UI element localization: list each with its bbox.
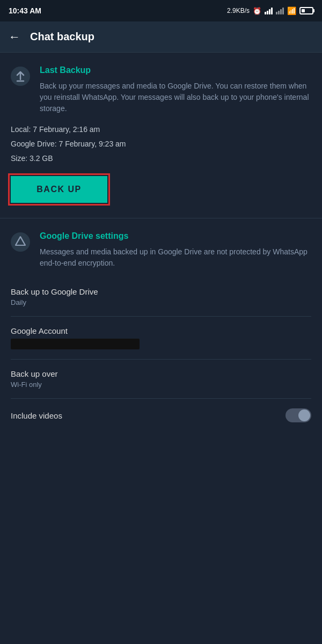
last-backup-text-area: Last Backup Back up your messages and me…: [40, 65, 311, 114]
last-backup-title: Last Backup: [40, 65, 311, 75]
svg-rect-1: [11, 232, 30, 252]
local-backup-date: Local: 7 February, 2:16 am: [11, 124, 311, 135]
backup-over-label: Back up over: [11, 369, 311, 378]
gdrive-settings-section: Google Drive settings Messages and media…: [0, 218, 322, 437]
backup-frequency-row[interactable]: Back up to Google Drive Daily: [11, 277, 311, 317]
wifi-icon: 📶: [287, 6, 296, 15]
backup-frequency-label: Back up to Google Drive: [11, 287, 311, 296]
include-videos-label: Include videos: [11, 411, 62, 420]
last-backup-section: Last Backup Back up your messages and me…: [0, 53, 322, 218]
gdrive-text-area: Google Drive settings Messages and media…: [40, 231, 311, 269]
toggle-thumb: [298, 409, 310, 421]
status-time: 10:43 AM: [9, 6, 41, 15]
include-videos-row[interactable]: Include videos: [11, 399, 311, 432]
signal-icon: [265, 7, 273, 14]
signal2-icon: [276, 7, 284, 14]
upload-cloud-icon: [11, 67, 30, 88]
toggle-track: [286, 408, 311, 422]
alarm-icon: ⏰: [253, 7, 261, 15]
battery-icon: [299, 7, 313, 14]
network-speed: 2.9KB/s: [227, 7, 250, 14]
google-account-value-redacted: [11, 339, 140, 349]
gdrive-description: Messages and media backed up in Google D…: [40, 246, 311, 269]
last-backup-description: Back up your messages and media to Googl…: [40, 80, 311, 114]
last-backup-header: Last Backup Back up your messages and me…: [11, 65, 311, 114]
gdrive-header: Google Drive settings Messages and media…: [11, 231, 311, 269]
backup-button-container: BACK UP: [11, 176, 311, 203]
backup-frequency-value: Daily: [11, 298, 311, 306]
google-account-label: Google Account: [11, 326, 311, 335]
google-account-row[interactable]: Google Account: [11, 317, 311, 360]
status-bar: 10:43 AM 2.9KB/s ⏰ 📶: [0, 0, 322, 21]
backup-over-row[interactable]: Back up over Wi-Fi only: [11, 360, 311, 399]
backup-info: Local: 7 February, 2:16 am Google Drive:…: [11, 124, 311, 164]
backup-size: Size: 3.2 GB: [11, 153, 311, 164]
back-button[interactable]: ←: [9, 30, 20, 44]
backup-over-value: Wi-Fi only: [11, 380, 311, 389]
page-header: ← Chat backup: [0, 21, 322, 53]
gdrive-title: Google Drive settings: [40, 231, 311, 241]
page-title: Chat backup: [30, 31, 94, 43]
status-right-icons: 2.9KB/s ⏰ 📶: [227, 6, 313, 15]
gdrive-backup-date: Google Drive: 7 February, 9:23 am: [11, 138, 311, 150]
include-videos-toggle[interactable]: [286, 408, 311, 422]
backup-button[interactable]: BACK UP: [11, 176, 107, 203]
google-drive-icon: [11, 232, 30, 254]
